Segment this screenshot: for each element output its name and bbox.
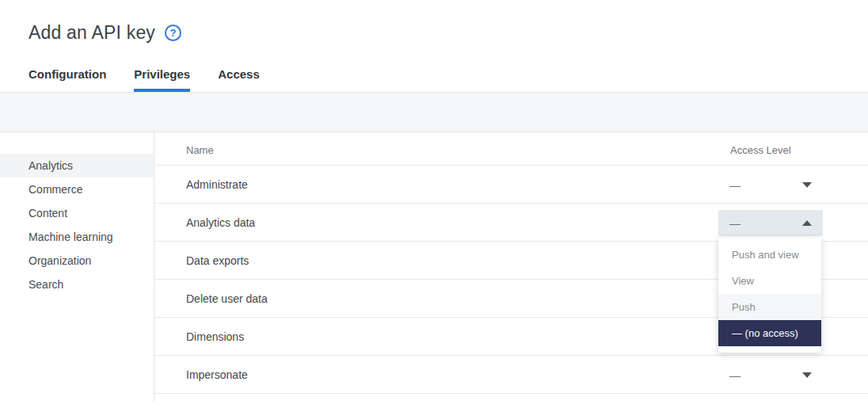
privilege-name: Analytics data <box>186 216 255 229</box>
access-level-dropdown-open[interactable]: — <box>718 210 823 236</box>
table-row-administrate: Administrate — <box>154 166 868 204</box>
access-level-menu: Push and view View Push — (no access) <box>718 238 821 353</box>
chevron-down-icon <box>802 182 812 188</box>
column-header-name: Name <box>186 144 214 156</box>
category-sidebar: Analytics Commerce Content Machine learn… <box>0 132 154 402</box>
tab-access[interactable]: Access <box>218 67 260 92</box>
menu-option-push-and-view[interactable]: Push and view <box>718 242 821 268</box>
privilege-name: Delete user data <box>186 292 268 305</box>
menu-option-no-access[interactable]: — (no access) <box>718 320 821 346</box>
sidebar-item-search[interactable]: Search <box>0 273 154 296</box>
page-title: Add an API key <box>29 22 155 44</box>
sidebar-item-machine-learning[interactable]: Machine learning <box>0 225 154 249</box>
privilege-name: Dimensions <box>186 330 244 343</box>
privilege-name: Impersonate <box>186 368 248 381</box>
tab-configuration[interactable]: Configuration <box>29 67 106 92</box>
access-level-value: — <box>729 179 740 192</box>
table-header: Name Access Level <box>154 132 868 166</box>
table-row-analytics-data: Analytics data — <box>154 204 868 242</box>
question-circle-icon[interactable]: ? <box>165 25 181 41</box>
privilege-name: Data exports <box>186 254 249 267</box>
chevron-up-icon <box>802 220 812 226</box>
access-level-dropdown[interactable]: — <box>718 362 823 388</box>
column-header-access-level: Access Level <box>730 144 791 156</box>
sidebar-item-content[interactable]: Content <box>0 201 154 225</box>
sidebar-item-organization[interactable]: Organization <box>0 249 154 273</box>
chevron-down-icon <box>802 372 812 378</box>
sidebar-item-commerce[interactable]: Commerce <box>0 177 154 201</box>
sidebar-item-analytics[interactable]: Analytics <box>0 154 154 177</box>
menu-option-push[interactable]: Push <box>718 294 821 320</box>
tab-privileges[interactable]: Privileges <box>134 67 190 92</box>
privileges-panel: Analytics Commerce Content Machine learn… <box>0 132 868 402</box>
access-level-value: — <box>729 217 740 230</box>
menu-option-view[interactable]: View <box>718 268 821 294</box>
access-level-dropdown[interactable]: — <box>718 172 823 198</box>
tab-bar: Configuration Privileges Access <box>29 67 868 92</box>
table-row-impersonate: Impersonate — <box>154 356 868 394</box>
privilege-name: Administrate <box>186 178 248 191</box>
access-level-value: — <box>729 369 740 382</box>
panel-subheader-band <box>0 92 868 132</box>
privileges-table: Name Access Level Administrate — Analyti… <box>154 132 868 402</box>
page-header: Add an API key ? <box>0 0 868 44</box>
